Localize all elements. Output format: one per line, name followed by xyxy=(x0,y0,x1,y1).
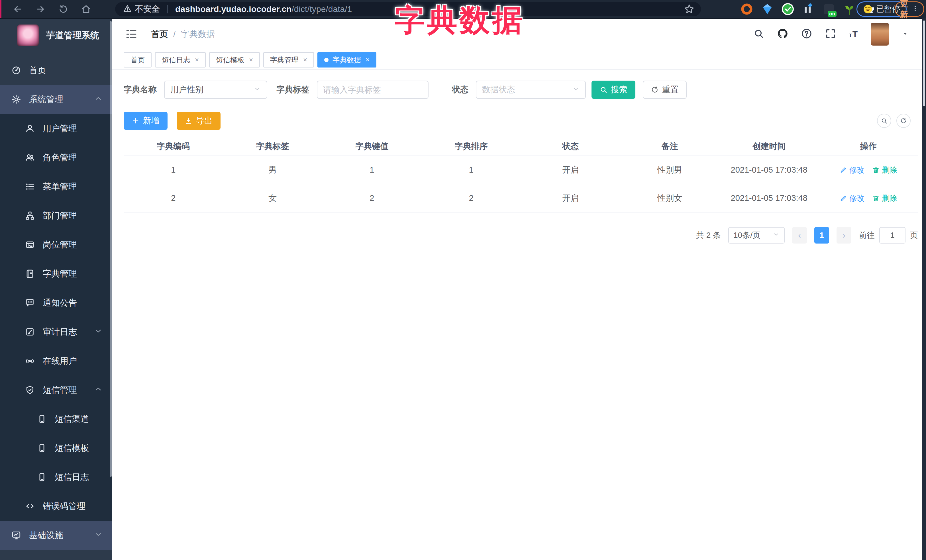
browser-reload-icon[interactable] xyxy=(58,4,68,14)
browser-update-button[interactable]: 更新 xyxy=(895,2,924,17)
delete-link[interactable]: 删除 xyxy=(872,165,897,175)
page-size-select[interactable]: 10条/页 xyxy=(728,227,785,243)
refresh-icon xyxy=(651,86,659,94)
sidebar-scrollbar[interactable] xyxy=(110,21,112,477)
close-icon[interactable]: × xyxy=(249,56,253,63)
sidebar-item-post-management[interactable]: 岗位管理 xyxy=(0,230,112,259)
font-size-icon[interactable]: тT xyxy=(849,29,858,39)
sidebar-item-label: 短信渠道 xyxy=(55,413,89,425)
delete-link[interactable]: 删除 xyxy=(872,193,897,203)
edit-link[interactable]: 修改 xyxy=(840,165,865,175)
add-button[interactable]: 新增 xyxy=(124,112,168,130)
chevron-up-icon xyxy=(94,94,103,105)
security-warning-text[interactable]: 不安全 xyxy=(135,3,160,15)
chevron-down-icon xyxy=(94,327,103,337)
leaf-extension-icon[interactable] xyxy=(843,3,856,16)
pencil-icon xyxy=(840,195,847,202)
export-button[interactable]: 导出 xyxy=(177,112,221,130)
sidebar-item-sms-management[interactable]: 短信管理 xyxy=(0,376,112,405)
page-size-value: 10条/页 xyxy=(733,230,761,241)
search-button[interactable]: 搜索 xyxy=(592,81,635,99)
sidebar-collapse-icon[interactable] xyxy=(126,28,137,40)
docs-help-icon[interactable] xyxy=(801,28,812,41)
table-header-cell: 字典编码 xyxy=(124,141,223,152)
table-header-cell: 字典标签 xyxy=(223,141,322,152)
table-header-cell: 操作 xyxy=(819,141,918,152)
edit-link[interactable]: 修改 xyxy=(840,193,865,203)
sidebar-item-user-management[interactable]: 用户管理 xyxy=(0,114,112,143)
github-icon[interactable] xyxy=(777,28,788,41)
dict-data-table: 字典编码字典标签字典键值字典排序状态备注创建时间操作 1男11开启性别男2021… xyxy=(124,137,918,213)
table-header-cell: 备注 xyxy=(620,141,720,152)
tab-dict-management[interactable]: 字典管理× xyxy=(263,52,314,68)
toggle-search-button[interactable] xyxy=(877,114,891,128)
sidebar-item-audit-log[interactable]: 审计日志 xyxy=(0,317,112,346)
code-icon xyxy=(25,501,35,511)
link-label: 删除 xyxy=(882,193,897,203)
table-header-cell: 字典排序 xyxy=(422,141,521,152)
sidebar-item-dict-management[interactable]: 字典管理 xyxy=(0,259,112,288)
sidebar-item-sms-log[interactable]: 短信日志 xyxy=(0,463,112,492)
browser-home-icon[interactable] xyxy=(81,4,91,14)
annotation-title: 字典数据 xyxy=(395,0,525,41)
sidebar-item-dept-management[interactable]: 部门管理 xyxy=(0,201,112,230)
reset-button[interactable]: 重置 xyxy=(643,81,687,99)
green-check-extension-icon[interactable] xyxy=(781,3,794,16)
browser-forward-icon[interactable] xyxy=(35,4,45,14)
logo-row[interactable]: 芋道管理系统 xyxy=(0,18,112,51)
bookmark-star-icon[interactable] xyxy=(684,4,694,16)
sidebar-item-home[interactable]: 首页 xyxy=(0,56,112,85)
scrollbar-thumb[interactable] xyxy=(923,21,925,106)
dict-name-value: 用户性别 xyxy=(170,84,203,95)
table-row: 2女22开启性别女2021-01-05 17:03:48修改删除 xyxy=(124,184,918,213)
table-cell: 1 xyxy=(124,165,223,175)
close-icon[interactable]: × xyxy=(303,56,307,63)
logo-image xyxy=(17,24,39,46)
sidebar-item-label: 首页 xyxy=(29,65,46,76)
status-select[interactable]: 数据状态 xyxy=(476,81,586,99)
sidebar-item-label: 错误码管理 xyxy=(43,500,85,512)
browser-back-icon[interactable] xyxy=(12,4,23,14)
chevron-down-icon xyxy=(572,85,580,95)
sidebar-item-online-users[interactable]: 在线用户 xyxy=(0,346,112,376)
dict-tag-input[interactable] xyxy=(317,81,428,99)
sidebar-item-label: 菜单管理 xyxy=(43,181,77,193)
current-page-button[interactable]: 1 xyxy=(814,227,829,243)
sidebar-item-infrastructure[interactable]: 基础设施 xyxy=(0,521,112,550)
kebab-menu-icon[interactable] xyxy=(911,5,919,14)
dict-name-select[interactable]: 用户性别 xyxy=(164,81,267,99)
extension-tray: on xyxy=(740,3,876,16)
gem-extension-icon[interactable] xyxy=(761,3,774,16)
sidebar-item-label: 通知公告 xyxy=(43,297,77,309)
equalizer-extension-icon[interactable] xyxy=(802,3,815,16)
tab-sms-template[interactable]: 短信模板× xyxy=(209,52,260,68)
table-cell: 开启 xyxy=(521,193,620,204)
on-switch-extension-icon[interactable]: on xyxy=(822,3,835,16)
prev-page-button[interactable]: ‹ xyxy=(792,227,807,243)
next-page-button[interactable]: › xyxy=(837,227,851,243)
sidebar-item-sms-channel[interactable]: 短信渠道 xyxy=(0,405,112,433)
url-divider xyxy=(167,5,168,14)
ubuntu-ring-extension-icon[interactable] xyxy=(740,3,754,16)
close-icon[interactable]: × xyxy=(195,56,199,63)
sidebar-item-menu-management[interactable]: 菜单管理 xyxy=(0,172,112,201)
sidebar-item-error-code-management[interactable]: 错误码管理 xyxy=(0,492,112,521)
goto-page-input[interactable] xyxy=(879,227,905,243)
tab-home[interactable]: 首页 xyxy=(124,52,151,68)
header-search-icon[interactable] xyxy=(753,28,764,41)
tab-dict-data[interactable]: 字典数据× xyxy=(318,52,377,68)
window-scrollbar[interactable] xyxy=(922,18,926,560)
breadcrumb-home[interactable]: 首页 xyxy=(151,29,168,40)
refresh-table-button[interactable] xyxy=(896,114,911,128)
sidebar-item-notice-announcement[interactable]: 通知公告 xyxy=(0,288,112,317)
sidebar-item-sms-template[interactable]: 短信模板 xyxy=(0,433,112,463)
sidebar-item-system-management[interactable]: 系统管理 xyxy=(0,85,112,114)
table-header-cell: 创建时间 xyxy=(719,141,819,152)
tab-sms-log[interactable]: 短信日志× xyxy=(155,52,206,68)
avatar[interactable] xyxy=(871,23,889,45)
fullscreen-icon[interactable] xyxy=(825,28,836,41)
avatar-caret-down-icon[interactable] xyxy=(902,30,909,38)
table-cell: 男 xyxy=(223,165,322,176)
close-icon[interactable]: × xyxy=(366,56,369,63)
sidebar-item-role-management[interactable]: 角色管理 xyxy=(0,143,112,172)
